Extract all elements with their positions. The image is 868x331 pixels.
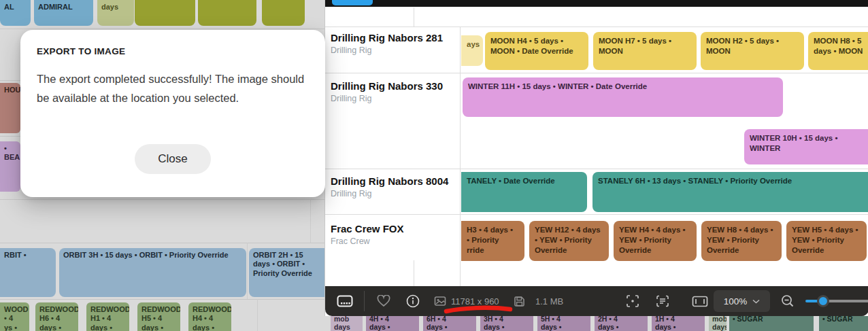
stage-cell[interactable]: 4H • 4days • [366, 316, 419, 331]
row-divider [325, 214, 868, 215]
olive-bar[interactable] [135, 0, 195, 26]
moon-bar: MOON H2 • 5 days • MOON [701, 32, 804, 70]
image-dimensions-icon [434, 286, 446, 316]
sugar-cell[interactable]: • SUGAR [819, 316, 868, 331]
save-icon [514, 286, 525, 316]
label-column-border [460, 27, 461, 286]
zoom-level-value: 100% [724, 296, 748, 307]
admiral-bar[interactable]: ADMIRAL [34, 0, 93, 26]
image-viewer-panel: Drilling Rig Nabors 281 Drilling Rig Dri… [324, 0, 868, 316]
gantt-row-title: Drilling Rig Nabors 8004 [331, 175, 448, 188]
moon-bar: MOON H4 • 5 days • MOON • Date Override [485, 32, 588, 70]
orbit-bar[interactable]: ORBIT 3H • 15 days • ORBIT • Priority Ov… [59, 248, 246, 297]
gantt-row-subtitle: Drilling Rig [331, 94, 371, 104]
mob-cell[interactable]: mobdays [709, 316, 727, 331]
yew-bar: YEW H12 • 4 days • YEW • Priority Overri… [529, 221, 609, 261]
yew-bar: YEW H8 • 4 days • YEW • Priority Overrid… [701, 221, 782, 261]
row-divider [0, 299, 324, 300]
row-divider [325, 73, 868, 73]
modal-body: The export completed successfully! The i… [37, 69, 310, 107]
gantt-row-title: Frac Crew FOX [331, 223, 404, 235]
close-button[interactable]: Close [135, 144, 211, 174]
orbit-bar[interactable]: ORBIT 2H • 15 days • ORBIT • Priority Ov… [249, 248, 324, 297]
gantt-row-subtitle: Frac Crew [331, 237, 370, 247]
gantt-row-subtitle: Drilling Rig [331, 189, 371, 199]
zoom-slider-thumb[interactable] [817, 295, 829, 307]
gantt-row-title: Drilling Rig Nabors 281 [331, 32, 443, 44]
stanely-bar: STANELY 6H • 13 days • STANELY • Priorit… [592, 172, 868, 212]
olive-bar[interactable] [198, 0, 256, 26]
row-divider [0, 199, 324, 200]
admiral-bar[interactable]: AL [0, 0, 31, 26]
yew-bar: YEW H5 • 4 days • YEW • Priority Overrid… [786, 221, 867, 261]
image-dimensions-text: 11781 x 960 [451, 286, 499, 316]
row-divider [325, 169, 868, 169]
stage-cell[interactable]: 6H • 4days • [423, 316, 476, 331]
row-divider [0, 243, 324, 243]
orbit-bar[interactable]: RBIT • [0, 248, 56, 297]
bear-bar[interactable]: • BEA [0, 141, 20, 192]
zoom-level-dropdown[interactable]: 100% [714, 290, 770, 312]
house-bar[interactable]: HOUS [0, 83, 20, 133]
sugar-cell[interactable]: • SUGAR [729, 316, 814, 331]
dock-icon[interactable] [337, 286, 353, 316]
column-divider [414, 7, 414, 27]
text-recognition-icon[interactable] [656, 286, 669, 316]
stage-cell[interactable]: 3H • 4days • [480, 316, 533, 331]
winter-bar: WINTER 10H • 15 days • WINTER [744, 129, 868, 164]
grid-line [247, 243, 248, 299]
chevron-down-icon [752, 299, 760, 304]
grid-line [310, 199, 311, 243]
gantt-row-subtitle: Drilling Rig [331, 46, 371, 56]
yew-bar: YEW H4 • 4 days • YEW • Priority Overrid… [614, 221, 697, 261]
olive-bar[interactable] [262, 0, 305, 26]
moon-partial-bar: ays [461, 35, 483, 66]
mob-cell[interactable]: mobdays [331, 316, 363, 331]
favorite-heart-icon[interactable] [377, 286, 390, 316]
viewer-top-bar [325, 0, 868, 7]
stage-cell[interactable]: 1H • 4days • [652, 316, 705, 331]
info-icon[interactable] [406, 286, 420, 316]
fit-to-width-icon[interactable] [692, 286, 708, 316]
row-divider [0, 29, 324, 29]
yew-bar: H3 • 4 days •• Priorityrride [461, 221, 524, 261]
moon-bar: MOON H7 • 5 days • MOON [593, 32, 697, 70]
accent-pill [332, 0, 373, 5]
modal-title: EXPORT TO IMAGE [37, 46, 125, 56]
file-size-text: 1.1 MB [535, 286, 563, 316]
days-bar[interactable]: days [97, 0, 134, 26]
zoom-out-icon[interactable] [781, 286, 795, 316]
winter-bar: WINTER 11H • 15 days • WINTER • Date Ove… [463, 77, 783, 117]
stage-cell[interactable]: 2H • 4days • [595, 316, 648, 331]
background-strip-row: mobdays4H • 4days •6H • 4days •3H • 4day… [0, 316, 868, 331]
zoom-slider-track[interactable] [829, 300, 868, 302]
app-screen: ALADMIRALdaysHOUS• BEARBIT •ORBIT 3H • 1… [0, 0, 868, 331]
row-divider [325, 27, 868, 27]
viewer-toolbar: 11781 x 960 1.1 MB [325, 286, 868, 316]
toolbar-divider [364, 291, 365, 311]
stanely-bar: TANELY • Date Override [461, 172, 587, 212]
moon-bar: MOON H8 • 5 days • MOON [808, 32, 868, 70]
export-modal: EXPORT TO IMAGE The export completed suc… [20, 30, 325, 197]
gantt-row-title: Drilling Rig Nabors 330 [331, 80, 443, 92]
stage-cell[interactable]: 5H • 4days • [537, 316, 590, 331]
column-divider [414, 260, 414, 286]
center-focus-icon[interactable] [626, 286, 639, 316]
